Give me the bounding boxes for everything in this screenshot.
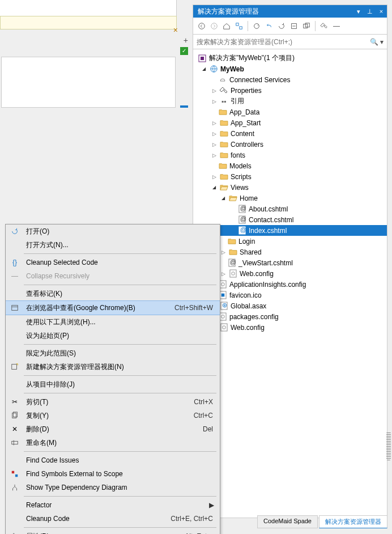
menu-open-with[interactable]: 打开方式(N)... bbox=[6, 238, 220, 252]
expander-icon[interactable] bbox=[210, 119, 218, 127]
references-node[interactable]: ▪▪引用 bbox=[193, 96, 387, 107]
expander-icon[interactable] bbox=[210, 130, 218, 138]
folder-shared[interactable]: Shared bbox=[193, 247, 387, 257]
menu-copy[interactable]: 复制(Y)Ctrl+C bbox=[6, 409, 220, 422]
menu-find-code-issues[interactable]: Find Code Issues bbox=[6, 454, 220, 467]
properties-node[interactable]: Properties bbox=[193, 85, 387, 96]
expander-icon[interactable] bbox=[210, 98, 218, 105]
folder-appdata[interactable]: App_Data bbox=[193, 107, 387, 117]
close-panel-icon[interactable]: × bbox=[376, 5, 387, 18]
menu-browse[interactable]: 在浏览器中查看(Google Chrome)(B)Ctrl+Shift+W bbox=[6, 300, 220, 315]
file-index[interactable]: @Index.cshtml bbox=[193, 225, 387, 236]
undo-icon[interactable] bbox=[264, 21, 274, 31]
expander-icon[interactable] bbox=[219, 270, 227, 278]
sync-icon[interactable] bbox=[252, 21, 262, 31]
menu-collapse: —Collapse Recursively bbox=[6, 269, 220, 283]
menu-new-view[interactable]: 新建解决方案资源管理器视图(N) bbox=[6, 360, 220, 374]
home-icon[interactable] bbox=[221, 21, 232, 31]
folder-icon bbox=[219, 118, 228, 128]
collapse-icon: — bbox=[10, 272, 19, 281]
expander-icon[interactable] bbox=[210, 173, 218, 181]
menu-delete[interactable]: ✕删除(D)Del bbox=[6, 422, 220, 436]
menu-set-start[interactable]: 设为起始页(P) bbox=[6, 329, 220, 342]
file-packages[interactable]: packages.config bbox=[193, 311, 387, 322]
folder-views[interactable]: Views bbox=[193, 182, 387, 193]
folder-appstart[interactable]: App_Start bbox=[193, 117, 387, 128]
editor-body[interactable] bbox=[1, 57, 176, 108]
solution-explorer-panel: 解决方案资源管理器 ▾ ⊥ × — 🔍 ▾ 解决方案"MyWeb"(1 个项目)… bbox=[193, 5, 387, 518]
menu-rename[interactable]: 重命名(M) bbox=[6, 436, 220, 450]
menu-refactor[interactable]: Refactor▶ bbox=[6, 498, 220, 512]
dropdown-icon[interactable]: ▾ bbox=[353, 5, 364, 18]
svg-rect-29 bbox=[220, 324, 227, 331]
solution-label: 解决方案"MyWeb"(1 个项目) bbox=[209, 53, 295, 63]
menu-browse-with[interactable]: 使用以下工具浏览(H)... bbox=[6, 315, 220, 329]
folder-icon bbox=[219, 129, 228, 138]
expander-icon[interactable] bbox=[200, 65, 208, 73]
menu-cleanup-code[interactable]: Cleanup CodeCtrl+E, Ctrl+C bbox=[6, 512, 220, 525]
bottom-tab-bar: CodeMaid Spade 解决方案资源管理器 bbox=[257, 515, 387, 528]
panel-titlebar[interactable]: 解决方案资源管理器 ▾ ⊥ × bbox=[193, 5, 387, 18]
menu-open[interactable]: 打开(O) bbox=[6, 224, 220, 238]
menu-find-symbols[interactable]: Find Symbols External to Scope bbox=[6, 467, 220, 481]
folder-fonts[interactable]: fonts bbox=[193, 150, 387, 160]
menu-cleanup-selected[interactable]: {}Cleanup Selected Code bbox=[6, 256, 220, 269]
search-icon[interactable]: 🔍 ▾ bbox=[370, 38, 384, 46]
menu-properties[interactable]: 属性(R)Alt+Enter bbox=[6, 529, 220, 534]
connected-services-node[interactable]: Connected Services bbox=[193, 74, 387, 85]
project-node[interactable]: MyWeb bbox=[193, 63, 387, 74]
svg-text:@: @ bbox=[240, 205, 245, 211]
collapse-icon[interactable] bbox=[289, 21, 299, 31]
svg-rect-9 bbox=[201, 57, 204, 60]
expander-icon[interactable] bbox=[210, 184, 218, 192]
file-views-webconfig[interactable]: Web.config bbox=[193, 268, 387, 279]
file-contact[interactable]: @Contact.cshtml bbox=[193, 214, 387, 225]
file-about[interactable]: @About.cshtml bbox=[193, 204, 387, 214]
pin-icon[interactable]: ⊥ bbox=[364, 5, 376, 18]
braces-icon: {} bbox=[10, 258, 19, 267]
expander-icon[interactable] bbox=[219, 248, 227, 256]
tab-solution-explorer[interactable]: 解决方案资源管理器 bbox=[319, 515, 387, 528]
side-grip-handle[interactable] bbox=[386, 432, 391, 460]
back-icon[interactable] bbox=[197, 21, 207, 31]
project-label: MyWeb bbox=[220, 65, 244, 73]
folder-scripts[interactable]: Scripts bbox=[193, 171, 387, 182]
change-marker bbox=[180, 105, 188, 108]
file-viewstart[interactable]: @_ViewStart.cshtml bbox=[193, 257, 387, 268]
search-input[interactable] bbox=[197, 38, 370, 46]
svg-point-0 bbox=[199, 23, 205, 29]
file-webconfig[interactable]: Web.config bbox=[193, 322, 387, 333]
expander-icon[interactable] bbox=[219, 194, 227, 202]
menu-view-marks[interactable]: 查看标记(K) bbox=[6, 287, 220, 300]
preview-icon[interactable]: — bbox=[331, 21, 342, 31]
close-icon[interactable]: × bbox=[173, 26, 178, 35]
menu-show-diagram[interactable]: Show Type Dependency Diagram bbox=[6, 481, 220, 494]
folder-models[interactable]: Models bbox=[193, 160, 387, 171]
wrench-icon bbox=[10, 532, 19, 534]
refresh-icon[interactable] bbox=[276, 21, 287, 31]
file-favicon[interactable]: favicon.ico bbox=[193, 290, 387, 300]
folder-controllers[interactable]: Controllers bbox=[193, 139, 387, 150]
expander-icon[interactable] bbox=[210, 87, 218, 95]
expand-icon[interactable]: + bbox=[184, 36, 188, 45]
menu-limit-scope[interactable]: 限定为此范围(S) bbox=[6, 346, 220, 360]
menu-exclude[interactable]: 从项目中排除(J) bbox=[6, 378, 220, 391]
file-globalasax[interactable]: ⊛Global.asax bbox=[193, 300, 387, 311]
solution-node[interactable]: 解决方案"MyWeb"(1 个项目) bbox=[193, 53, 387, 63]
folder-login[interactable]: Login bbox=[193, 236, 387, 247]
menu-cut[interactable]: ✂剪切(T)Ctrl+X bbox=[6, 395, 220, 409]
solution-tree[interactable]: 解决方案"MyWeb"(1 个项目) MyWeb Connected Servi… bbox=[193, 49, 387, 336]
folder-home[interactable]: Home bbox=[193, 193, 387, 204]
expander-icon[interactable] bbox=[210, 141, 218, 149]
properties-icon[interactable] bbox=[319, 21, 329, 31]
forward-icon[interactable] bbox=[209, 21, 219, 31]
scope-icon[interactable] bbox=[234, 21, 244, 31]
browser-icon bbox=[10, 303, 19, 312]
panel-toolbar: — bbox=[193, 18, 387, 35]
folder-content[interactable]: Content bbox=[193, 128, 387, 139]
showall-icon[interactable] bbox=[301, 21, 312, 31]
expander-icon[interactable] bbox=[210, 151, 218, 159]
file-appinsights[interactable]: ApplicationInsights.config bbox=[193, 279, 387, 290]
search-box[interactable]: 🔍 ▾ bbox=[193, 35, 387, 49]
tab-codemaid[interactable]: CodeMaid Spade bbox=[257, 515, 318, 528]
